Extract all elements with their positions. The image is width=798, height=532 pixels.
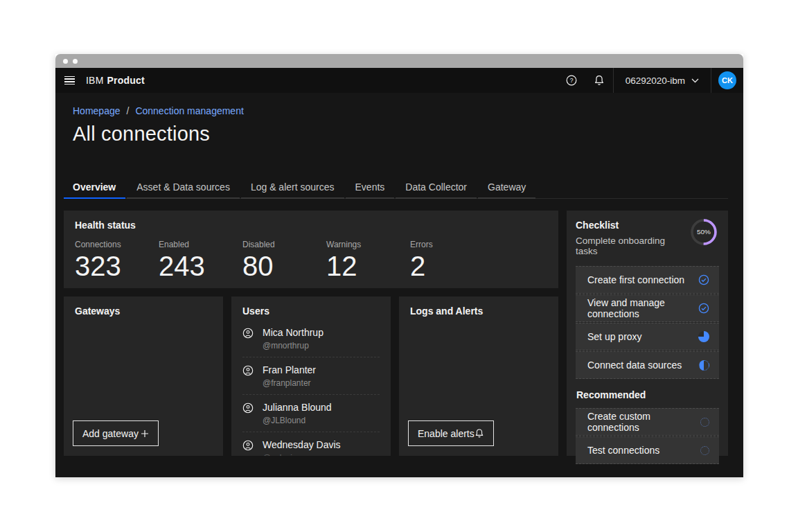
check-circle-icon — [698, 303, 709, 314]
dotted-circle-icon — [700, 418, 709, 427]
user-handle: @JLBlound — [263, 416, 332, 425]
tab-overview[interactable]: Overview — [64, 176, 125, 199]
list-item: Fran Planter @franplanter — [242, 357, 380, 394]
recommended-title: Recommended — [576, 389, 719, 400]
metric-value: 2 — [410, 251, 494, 282]
breadcrumb-homepage[interactable]: Homepage — [73, 105, 121, 116]
app-shell: IBMProduct ? 06292020-ibm — [55, 68, 743, 477]
checklist-item-create-first-connection[interactable]: Create first connection — [576, 266, 719, 294]
add-gateway-label: Add gateway — [82, 428, 139, 439]
recommended-items: Create custom connections Test connectio… — [576, 408, 719, 464]
partial-pie-icon — [698, 331, 709, 342]
account-name: 06292020-ibm — [626, 76, 685, 86]
metric-label: Errors — [410, 240, 494, 249]
checklist-item-view-manage-connections[interactable]: View and manage connections — [576, 294, 719, 322]
metric-label: Connections — [75, 240, 159, 249]
user-handle: @mnorthrup — [263, 341, 323, 351]
user-handle: @wdavis — [263, 453, 341, 456]
breadcrumb-separator: / — [127, 105, 130, 116]
notifications-button[interactable] — [585, 68, 613, 93]
enable-alerts-label: Enable alerts — [418, 428, 475, 439]
metric-value: 80 — [242, 251, 326, 282]
checklist-items: Create first connection View and manage … — [576, 266, 719, 379]
metric-value: 243 — [159, 251, 242, 282]
checklist-item-set-up-proxy[interactable]: Set up proxy — [576, 323, 719, 351]
health-status-title: Health status — [75, 220, 547, 231]
metric-errors: Errors 2 — [410, 240, 494, 282]
plus-icon — [141, 429, 149, 438]
checklist-item-label: Set up proxy — [587, 331, 642, 342]
logs-alerts-title: Logs and Alerts — [410, 305, 547, 317]
health-metrics: Connections 323 Enabled 243 Disabled 80 — [75, 240, 547, 282]
checklist-item-label: Test connections — [587, 445, 659, 456]
metric-label: Enabled — [159, 240, 242, 249]
add-gateway-button[interactable]: Add gateway — [73, 420, 159, 446]
tab-events[interactable]: Events — [346, 176, 395, 199]
user-name: Julianna Blound — [263, 402, 332, 413]
users-card: Users Mica Northrup — [231, 296, 391, 456]
tab-log-alert-sources[interactable]: Log & alert sources — [241, 176, 344, 199]
user-name: Mica Northrup — [263, 327, 323, 338]
bell-icon — [475, 428, 484, 438]
metric-value: 12 — [326, 251, 410, 282]
enable-alerts-button[interactable]: Enable alerts — [408, 420, 494, 446]
users-list: Mica Northrup @mnorthrup — [242, 320, 380, 456]
metric-label: Disabled — [242, 240, 326, 249]
bell-icon — [594, 75, 605, 86]
main-content: Homepage / Connection management All con… — [55, 93, 743, 456]
list-item: Julianna Blound @JLBlound — [242, 394, 380, 432]
menu-button[interactable] — [55, 68, 83, 93]
breadcrumb-connection-management[interactable]: Connection management — [135, 105, 243, 116]
progress-label: 50% — [697, 228, 711, 236]
metric-disabled: Disabled 80 — [242, 240, 326, 282]
user-handle: @franplanter — [263, 378, 316, 388]
list-item: Mica Northrup @mnorthrup — [242, 320, 380, 357]
brand-name: Product — [107, 75, 145, 86]
dotted-circle-icon — [700, 446, 709, 455]
account-dropdown[interactable]: 06292020-ibm — [614, 68, 711, 93]
health-status-card: Health status Connections 323 Enabled 24… — [64, 211, 558, 288]
window-dot — [73, 59, 78, 64]
checklist-item-test-connections[interactable]: Test connections — [576, 436, 719, 464]
metric-label: Warnings — [326, 240, 410, 249]
brand-prefix: IBM — [86, 75, 104, 86]
help-button[interactable]: ? — [558, 68, 585, 93]
question-circle-icon: ? — [566, 75, 577, 86]
metric-enabled: Enabled 243 — [159, 240, 242, 282]
app-window: IBMProduct ? 06292020-ibm — [55, 54, 743, 477]
progress-ring: 50% — [689, 218, 718, 247]
breadcrumb: Homepage / Connection management — [73, 105, 728, 116]
user-name: Fran Planter — [263, 364, 316, 375]
tab-gateway[interactable]: Gateway — [478, 176, 535, 199]
window-titlebar — [55, 54, 743, 68]
users-title: Users — [242, 305, 380, 317]
checklist-item-label: Create custom connections — [587, 411, 700, 433]
user-name: Wednesday Davis — [263, 439, 341, 450]
user-avatar-icon — [242, 440, 254, 451]
gateways-card: Gateways Add gateway — [64, 296, 223, 456]
gateways-title: Gateways — [75, 305, 212, 317]
logs-alerts-card: Logs and Alerts Enable alerts — [399, 296, 558, 456]
tab-data-collector[interactable]: Data Collector — [396, 176, 477, 199]
checklist-item-connect-data-sources[interactable]: Connect data sources — [576, 351, 719, 379]
checklist-item-create-custom-connections[interactable]: Create custom connections — [576, 408, 719, 436]
metric-connections: Connections 323 — [75, 240, 159, 282]
tab-asset-data-sources[interactable]: Asset & Data sources — [127, 176, 240, 199]
chevron-down-icon — [691, 78, 699, 83]
menu-icon — [64, 76, 75, 85]
metric-value: 323 — [75, 251, 159, 282]
checklist-item-label: View and manage connections — [587, 297, 698, 319]
checklist-panel: Checklist Complete onboarding tasks 50% … — [567, 211, 728, 456]
half-circle-icon — [699, 360, 709, 371]
checklist-item-label: Create first connection — [587, 274, 684, 285]
user-avatar[interactable]: CK — [718, 71, 736, 89]
user-avatar-icon — [242, 402, 254, 414]
dashboard-grid: Health status Connections 323 Enabled 24… — [64, 211, 728, 456]
top-bar: IBMProduct ? 06292020-ibm — [55, 68, 743, 93]
svg-text:?: ? — [569, 77, 573, 84]
list-item: Wednesday Davis @wdavis — [242, 432, 380, 456]
window-dot — [63, 59, 68, 64]
brand: IBMProduct — [86, 75, 145, 86]
checklist-title: Checklist — [576, 220, 689, 231]
page-title: All connections — [73, 123, 728, 145]
